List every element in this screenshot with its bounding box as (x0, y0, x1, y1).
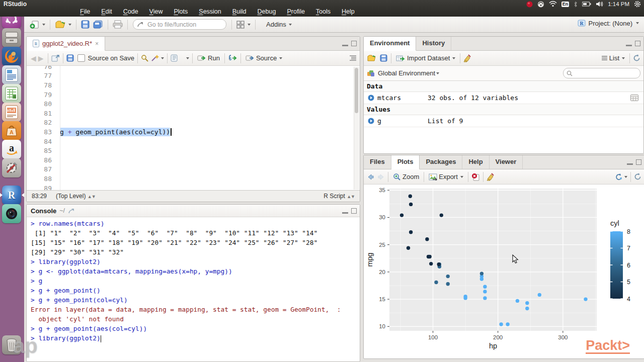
view-data-grid-icon[interactable] (630, 95, 638, 101)
console-output[interactable]: > row.names(mtcars) [1] "1" "2" "3" "4" … (27, 220, 353, 361)
clear-objects-icon[interactable] (463, 54, 471, 62)
menu-session[interactable]: Session (193, 8, 226, 17)
chevron-down-icon[interactable] (161, 57, 164, 59)
back-icon[interactable]: ◀ (30, 54, 37, 62)
editor-line-88[interactable]: 88 (27, 174, 360, 184)
code-editor[interactable]: 7677787980818283g + geom_point(aes(col=c… (27, 66, 360, 191)
source-button[interactable]: Source (244, 53, 284, 63)
editor-scrollbar[interactable] (354, 67, 359, 190)
gear-icon[interactable] (634, 1, 641, 8)
editor-line-80[interactable]: 80 (27, 99, 360, 109)
addins-button[interactable]: Addins (265, 20, 293, 29)
clock[interactable]: 1:14 PM (608, 1, 629, 7)
import-dataset-button[interactable]: Import Dataset (394, 53, 457, 63)
wifi-icon[interactable] (549, 1, 557, 8)
next-plot-icon[interactable] (377, 173, 385, 180)
save-all-button[interactable] (92, 19, 105, 30)
run-button[interactable]: Run (196, 53, 221, 63)
launcher-files-icon[interactable] (2, 28, 21, 47)
menu-plots[interactable]: Plots (168, 8, 193, 17)
document-outline-icon[interactable] (349, 55, 357, 61)
editor-line-79[interactable]: 79 (27, 90, 360, 100)
pane-layout-button[interactable] (235, 20, 252, 30)
editor-line-82[interactable]: 82 (27, 118, 360, 128)
refresh-icon[interactable] (633, 54, 640, 62)
network-icon[interactable] (537, 1, 544, 8)
tab-files[interactable]: Files (364, 155, 391, 169)
minimize-pane-icon[interactable] (627, 159, 633, 165)
record-icon[interactable] (526, 1, 533, 8)
launcher-libreoffice-calc-icon[interactable] (2, 84, 21, 103)
menu-build[interactable]: Build (227, 8, 252, 17)
menu-file[interactable]: File (74, 8, 96, 17)
maximize-pane-icon[interactable] (635, 41, 640, 46)
refresh-icon[interactable] (634, 173, 641, 180)
save-button[interactable] (79, 19, 92, 30)
menu-edit[interactable]: Edit (96, 8, 118, 17)
code-tools-icon[interactable] (151, 54, 160, 62)
source-on-save-checkbox[interactable] (77, 54, 85, 62)
launcher-system-settings-icon[interactable] (2, 158, 21, 177)
publish-icon[interactable] (615, 173, 623, 180)
environment-scope-selector[interactable]: Global Environment (378, 69, 435, 77)
editor-line-78[interactable]: 78 (27, 80, 360, 90)
launcher-firefox-icon[interactable] (2, 47, 21, 66)
tab-environment[interactable]: Environment (364, 37, 416, 51)
tab-plots[interactable]: Plots (391, 155, 420, 169)
menu-debug[interactable]: Debug (252, 8, 282, 17)
launcher-libreoffice-impress-icon[interactable] (2, 103, 21, 122)
expand-object-icon[interactable] (368, 95, 374, 101)
clear-all-plots-icon[interactable] (487, 173, 495, 181)
launcher-libreoffice-writer-icon[interactable] (2, 65, 21, 84)
forward-icon[interactable]: ▶ (37, 54, 45, 62)
editor-line-85[interactable]: 85 (27, 146, 360, 155)
remove-plot-icon[interactable] (471, 173, 480, 181)
tab-ggplot2-video-r[interactable]: R ggplot2_video.R* × (27, 37, 105, 51)
goto-file-function-input[interactable]: Go to file/function (133, 19, 226, 30)
tab-viewer[interactable]: Viewer (490, 155, 523, 169)
keyboard-layout-indicator[interactable]: En (561, 2, 570, 7)
minimize-pane-icon[interactable] (342, 41, 348, 46)
launcher-software-center-icon[interactable]: A (2, 121, 21, 140)
load-workspace-icon[interactable] (367, 54, 377, 62)
editor-line-84[interactable]: 84 (27, 137, 360, 146)
minimize-pane-icon[interactable] (626, 41, 632, 46)
export-plot-button[interactable]: Export (427, 172, 465, 182)
save-workspace-icon[interactable] (380, 54, 388, 62)
menu-code[interactable]: Code (118, 8, 144, 17)
new-file-button[interactable] (28, 19, 47, 30)
rerun-icon[interactable]: 5 (228, 55, 237, 61)
editor-line-81[interactable]: 81 (27, 109, 360, 118)
find-replace-icon[interactable] (141, 54, 149, 62)
maximize-pane-icon[interactable] (351, 41, 357, 46)
volume-icon[interactable] (596, 1, 603, 8)
editor-line-89[interactable]: 89 (27, 184, 360, 191)
environment-object-mtcars[interactable]: mtcars32 obs. of 12 variables (364, 92, 643, 104)
battery-icon[interactable] (582, 1, 591, 8)
zoom-plot-button[interactable]: Zoom (391, 172, 421, 182)
project-menu-button[interactable]: R Project: (None) (578, 19, 639, 27)
bluetooth-icon[interactable] (574, 1, 578, 8)
editor-line-77[interactable]: 77 (27, 71, 360, 81)
print-button[interactable] (111, 19, 124, 30)
menu-help[interactable]: Help (336, 8, 360, 17)
tab-packages[interactable]: Packages (420, 155, 462, 169)
console-title[interactable]: Console (31, 207, 56, 215)
menu-view[interactable]: View (144, 8, 169, 17)
expand-object-icon[interactable] (368, 118, 374, 124)
menu-tools[interactable]: Tools (310, 8, 336, 17)
file-type-selector[interactable]: R Script ▲▼ (324, 193, 355, 200)
previous-plot-icon[interactable] (367, 173, 375, 180)
maximize-pane-icon[interactable] (351, 208, 357, 214)
tab-help[interactable]: Help (462, 155, 489, 169)
editor-line-87[interactable]: 87 (27, 165, 360, 174)
launcher-rstudio-icon[interactable]: R (2, 186, 21, 205)
environment-search-input[interactable] (563, 68, 640, 78)
tab-history[interactable]: History (416, 37, 451, 50)
editor-line-86[interactable]: 86 (27, 155, 360, 165)
editor-line-76[interactable]: 76 (27, 66, 360, 71)
close-icon[interactable]: × (95, 37, 99, 50)
menu-profile[interactable]: Profile (281, 8, 310, 17)
environment-object-g[interactable]: gList of 9 (364, 115, 643, 127)
scope-selector[interactable]: (Top Level) ▲▼ (56, 193, 96, 200)
